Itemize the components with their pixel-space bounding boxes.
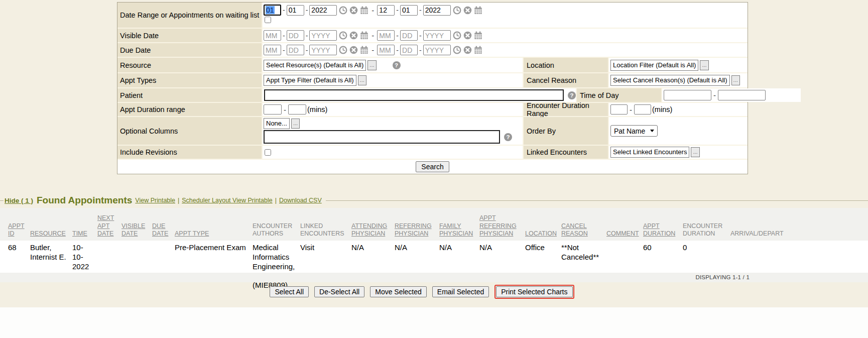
- visible-to-year-input[interactable]: [423, 30, 451, 41]
- hide-results-link[interactable]: Hide ( 1 ): [5, 197, 33, 204]
- column-header-referring-physician[interactable]: REFERRING PHYSICIAN: [395, 222, 439, 238]
- optional-columns-input[interactable]: [264, 130, 500, 144]
- due-from-month-input[interactable]: [264, 45, 281, 55]
- column-header-family-physician[interactable]: FAMILY PHYSICIAN: [439, 222, 479, 238]
- visible-from-year-input[interactable]: [309, 30, 337, 41]
- calendar-icon[interactable]: [360, 31, 368, 40]
- column-header-time[interactable]: TIME: [72, 230, 97, 238]
- column-header-next-apt-date[interactable]: NEXT APT DATE: [97, 214, 121, 238]
- date-from-year-input[interactable]: [309, 5, 337, 16]
- calendar-icon[interactable]: [360, 6, 368, 15]
- location-more-button[interactable]: ...: [700, 60, 708, 70]
- due-to-month-input[interactable]: [377, 45, 395, 55]
- time-of-day-start-input[interactable]: [664, 90, 711, 100]
- cancel-reason-filter-box[interactable]: Select Cancel Reason(s) (Default is All): [610, 75, 730, 86]
- calendar-icon[interactable]: [474, 46, 482, 54]
- optional-columns-more-button[interactable]: ...: [291, 119, 300, 129]
- time-of-day-end-input[interactable]: [718, 90, 766, 100]
- linked-encounters-more-button[interactable]: ...: [691, 147, 699, 157]
- visible-to-day-input[interactable]: [400, 30, 418, 41]
- clear-date-icon[interactable]: [349, 31, 358, 40]
- select-all-button[interactable]: Select All: [270, 286, 309, 297]
- appt-duration-max-input[interactable]: [288, 104, 306, 115]
- due-from-year-input[interactable]: [309, 45, 337, 55]
- calendar-icon[interactable]: [474, 6, 482, 15]
- divider: [326, 200, 868, 201]
- print-selected-charts-button[interactable]: Print Selected Charts: [496, 286, 572, 297]
- column-header-resource[interactable]: RESOURCE: [30, 230, 72, 238]
- column-header-appt-id[interactable]: APPT ID: [8, 222, 30, 238]
- help-icon[interactable]: ?: [568, 91, 576, 99]
- column-header-appt-type[interactable]: APPT TYPE: [175, 230, 253, 238]
- appointment-search-form: Date Range or Appointments on waiting li…: [117, 2, 748, 174]
- due-from-day-input[interactable]: [287, 45, 304, 55]
- clock-icon[interactable]: [339, 6, 347, 15]
- date-from-month-input[interactable]: 01: [264, 5, 281, 16]
- column-header-visible-date[interactable]: VISIBLE DATE: [121, 222, 152, 238]
- include-revisions-checkbox[interactable]: [265, 149, 271, 156]
- visible-from-month-input[interactable]: [264, 30, 281, 41]
- cancel-reason-more-button[interactable]: ...: [731, 75, 740, 85]
- clear-date-icon[interactable]: [463, 31, 472, 40]
- download-csv-link[interactable]: Download CSV: [279, 197, 322, 204]
- clock-icon[interactable]: [453, 6, 461, 15]
- table-cell: N/A: [351, 243, 395, 253]
- calendar-icon[interactable]: [474, 31, 482, 40]
- table-cell: Butler, Internist E.: [30, 243, 72, 262]
- order-by-value: Pat Name: [614, 127, 645, 135]
- table-row[interactable]: 68Butler, Internist E.10-10-2022 14:30Pr…: [0, 241, 868, 273]
- clock-icon[interactable]: [339, 46, 347, 54]
- move-selected-button[interactable]: Move Selected: [370, 286, 427, 297]
- view-printable-link[interactable]: View Printable: [135, 197, 175, 204]
- location-filter-box[interactable]: Location Filter (Default is All): [610, 60, 698, 71]
- due-to-year-input[interactable]: [423, 45, 451, 55]
- column-header-due-date[interactable]: DUE DATE: [152, 222, 175, 238]
- column-header-cancel-reason[interactable]: CANCEL REASON: [561, 222, 606, 238]
- help-icon[interactable]: ?: [504, 133, 512, 141]
- search-row: Search: [117, 160, 748, 174]
- optional-columns-box[interactable]: None...: [264, 118, 290, 129]
- dash: -: [419, 6, 422, 14]
- scheduler-layout-view-printable-link[interactable]: Scheduler Layout View Printable: [182, 197, 272, 204]
- visible-to-month-input[interactable]: [377, 30, 395, 41]
- clear-date-icon[interactable]: [463, 46, 472, 54]
- appt-type-filter-box[interactable]: Appt Type Filter (Default is All): [264, 75, 356, 86]
- email-selected-button[interactable]: Email Selected: [432, 286, 489, 297]
- appt-duration-min-input[interactable]: [264, 104, 282, 115]
- column-header-location[interactable]: LOCATION: [525, 230, 561, 238]
- patient-input[interactable]: [264, 89, 564, 101]
- help-icon[interactable]: ?: [393, 61, 401, 69]
- de-select-all-button[interactable]: De-Select All: [314, 286, 364, 297]
- column-header-appt-duration[interactable]: APPT DURATION: [643, 222, 683, 238]
- resource-more-button[interactable]: ...: [367, 60, 376, 70]
- clear-date-icon[interactable]: [463, 6, 472, 15]
- resource-filter-box[interactable]: Select Resource(s) (Default is All): [264, 60, 366, 71]
- clock-icon[interactable]: [453, 46, 461, 54]
- search-button[interactable]: Search: [416, 161, 449, 172]
- column-header-comment[interactable]: COMMENT: [606, 230, 643, 238]
- clock-icon[interactable]: [453, 31, 461, 40]
- appt-duration-label: Appt Duration range: [117, 103, 263, 116]
- clear-date-icon[interactable]: [349, 6, 358, 15]
- linked-encounters-box[interactable]: Select Linked Encounters: [610, 147, 689, 158]
- order-by-select[interactable]: Pat Name: [610, 125, 658, 137]
- column-header-encounter-duration: ENCOUNTER DURATION: [683, 222, 730, 238]
- column-header-appt-referring-physician[interactable]: APPT REFERRING PHYSICIAN: [479, 214, 525, 238]
- due-to-day-input[interactable]: [400, 45, 418, 55]
- date-to-month-input[interactable]: [377, 5, 395, 16]
- date-to-day-input[interactable]: [400, 5, 418, 16]
- waiting-list-checkbox[interactable]: [265, 17, 271, 23]
- clear-date-icon[interactable]: [349, 46, 358, 54]
- calendar-icon[interactable]: [360, 46, 368, 54]
- encounter-duration-max-input[interactable]: [634, 104, 651, 115]
- encounter-duration-min-input[interactable]: [610, 104, 628, 115]
- encounter-duration-label: Encounter Duration Range: [523, 103, 609, 116]
- date-to-year-input[interactable]: [423, 5, 451, 16]
- appt-type-more-button[interactable]: ...: [358, 75, 366, 85]
- column-header-attending-physician[interactable]: ATTENDING PHYSICIAN: [351, 222, 395, 238]
- dash: -: [282, 46, 286, 54]
- date-from-day-input[interactable]: [287, 5, 304, 16]
- location-label: Location: [523, 58, 609, 72]
- clock-icon[interactable]: [339, 31, 347, 40]
- visible-from-day-input[interactable]: [287, 30, 304, 41]
